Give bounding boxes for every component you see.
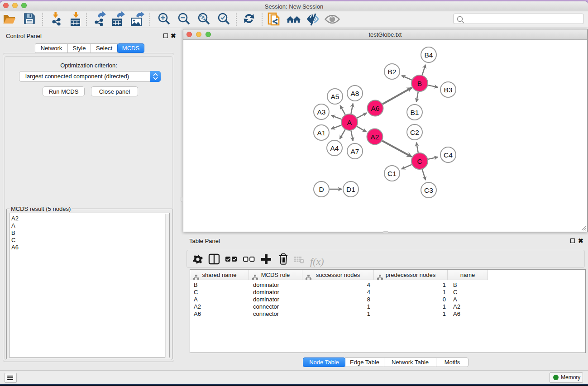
svg-text:A1: A1	[317, 129, 326, 137]
svg-text:C4: C4	[444, 151, 453, 159]
svg-text:A8: A8	[351, 90, 359, 97]
svg-text:B: B	[417, 80, 422, 87]
svg-text:B2: B2	[388, 68, 397, 76]
svg-text:C: C	[417, 157, 422, 165]
svg-text:A4: A4	[330, 144, 339, 152]
svg-text:A7: A7	[351, 148, 359, 155]
svg-text:B3: B3	[444, 86, 453, 94]
svg-text:D: D	[319, 186, 324, 193]
svg-text:A3: A3	[317, 108, 326, 116]
svg-text:B4: B4	[425, 51, 433, 59]
svg-text:A: A	[347, 119, 352, 126]
svg-text:C3: C3	[424, 186, 433, 194]
svg-text:A2: A2	[371, 133, 379, 141]
svg-text:B1: B1	[411, 109, 419, 116]
svg-text:C1: C1	[387, 170, 397, 177]
svg-text:A6: A6	[371, 105, 380, 112]
svg-text:D1: D1	[346, 186, 355, 193]
svg-text:A5: A5	[331, 93, 339, 100]
svg-text:C2: C2	[410, 129, 419, 136]
